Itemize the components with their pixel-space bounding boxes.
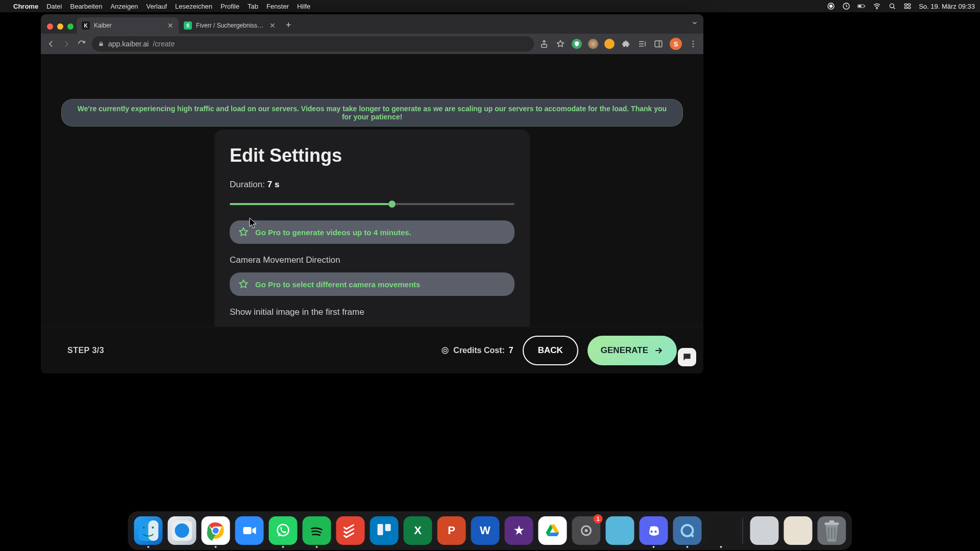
spotlight-icon[interactable]	[888, 2, 896, 10]
svg-rect-45	[677, 520, 698, 541]
control-center-icon[interactable]	[903, 2, 912, 10]
dock-quicktime[interactable]	[673, 516, 702, 545]
window-maximize[interactable]	[67, 23, 74, 30]
credits-value: 7	[509, 346, 513, 355]
extension-orb-icon[interactable]	[588, 39, 598, 49]
dock-excel[interactable]: X	[404, 516, 432, 545]
dock-whatsapp[interactable]	[269, 516, 298, 545]
battery-icon[interactable]	[857, 2, 866, 10]
tab-overflow-icon[interactable]	[691, 19, 698, 27]
dock-spotify[interactable]	[303, 516, 331, 545]
menu-lesezeichen[interactable]: Lesezeichen	[175, 3, 212, 10]
svg-point-7	[890, 4, 894, 8]
go-pro-duration-text: Go Pro to generate videos up to 4 minute…	[255, 228, 411, 237]
kebab-menu-icon[interactable]	[688, 39, 698, 49]
svg-point-21	[143, 527, 145, 529]
credits-cost: Credits Cost: 7	[441, 346, 513, 355]
menu-hilfe[interactable]: Hilfe	[297, 3, 310, 10]
wifi-icon[interactable]	[873, 2, 881, 10]
extension-shield-icon[interactable]	[572, 39, 582, 49]
credits-label: Credits Cost:	[453, 346, 504, 355]
svg-point-15	[693, 43, 694, 45]
dock-siri-globe[interactable]	[606, 516, 634, 545]
svg-rect-10	[904, 7, 907, 8]
svg-rect-9	[908, 4, 911, 5]
credits-icon	[441, 346, 449, 355]
dock-powerpoint[interactable]: P	[437, 516, 466, 545]
tab-close-icon[interactable]: ✕	[167, 21, 174, 30]
reading-list-icon[interactable]	[637, 39, 647, 49]
menu-datei[interactable]: Datei	[46, 3, 62, 10]
server-status-banner: We're currently experiencing high traffi…	[61, 99, 683, 127]
svg-rect-13	[655, 41, 662, 47]
svg-rect-20	[149, 520, 159, 541]
dock-trello[interactable]	[370, 516, 399, 545]
dock-finder[interactable]	[134, 516, 163, 545]
extension-orange-icon[interactable]	[604, 39, 615, 49]
dock-trash[interactable]	[818, 516, 846, 545]
menu-profile[interactable]: Profile	[220, 3, 239, 10]
dock-zoom[interactable]	[235, 516, 264, 545]
menu-verlauf[interactable]: Verlauf	[146, 3, 167, 10]
sidepanel-icon[interactable]	[653, 39, 664, 49]
intercom-bubble[interactable]	[678, 348, 696, 366]
duration-label: Duration:	[230, 180, 267, 189]
dock-settings[interactable]: 1	[572, 516, 601, 545]
menubar-clock[interactable]: So. 19. März 09:33	[919, 3, 975, 10]
slider-fill	[230, 203, 392, 205]
menu-tab[interactable]: Tab	[248, 3, 258, 10]
go-pro-duration-pill[interactable]: Go Pro to generate videos up to 4 minute…	[230, 220, 514, 244]
duration-slider[interactable]	[230, 200, 514, 208]
menu-bearbeiten[interactable]: Bearbeiten	[70, 3, 102, 10]
new-tab-button[interactable]: +	[281, 20, 297, 34]
share-icon[interactable]	[539, 39, 549, 49]
duration-label-row: Duration: 7 s	[230, 180, 514, 190]
window-controls	[45, 23, 77, 34]
window-close[interactable]	[47, 23, 53, 30]
bookmark-star-icon[interactable]	[555, 39, 566, 49]
svg-rect-38	[543, 520, 563, 541]
browser-toolbar: app.kaiber.ai/create S	[41, 34, 703, 54]
dock-desktop-stack[interactable]	[784, 516, 813, 545]
tab-close-icon[interactable]: ✕	[270, 21, 276, 30]
browser-tab-kaiber[interactable]: K Kaiber ✕	[77, 17, 179, 34]
macos-dock: XPW★1	[128, 511, 852, 550]
arrow-right-icon	[653, 345, 664, 356]
menubar-app-name[interactable]: Chrome	[13, 3, 38, 10]
step-indicator: STEP 3/3	[67, 346, 104, 355]
go-pro-camera-pill[interactable]: Go Pro to select different camera moveme…	[230, 272, 514, 296]
lock-icon	[98, 41, 104, 47]
dock-safari[interactable]	[168, 516, 197, 545]
tab-strip: K Kaiber ✕ fi Fiverr / Suchergebnisse fü…	[41, 14, 703, 34]
initial-image-label: Show initial image in the first frame	[230, 307, 514, 317]
back-button[interactable]: BACK	[523, 336, 578, 365]
dock-chrome[interactable]	[202, 516, 230, 545]
url-host: app.kaiber.ai	[108, 40, 149, 48]
nav-back-icon[interactable]	[46, 39, 56, 49]
svg-point-41	[585, 529, 588, 532]
svg-point-6	[876, 8, 877, 9]
generate-button[interactable]: GENERATE	[587, 336, 677, 365]
menu-anzeigen[interactable]: Anzeigen	[110, 3, 138, 10]
dock-audio-app[interactable]	[707, 516, 736, 545]
dock-imovie[interactable]: ★	[505, 516, 533, 545]
nav-reload-icon[interactable]	[77, 39, 87, 49]
screen-record-icon[interactable]	[827, 2, 835, 10]
svg-point-43	[650, 531, 652, 533]
profile-avatar[interactable]: S	[670, 38, 682, 50]
slider-thumb[interactable]	[388, 201, 396, 208]
chat-icon	[682, 352, 692, 362]
dock-google-drive[interactable]	[538, 516, 567, 545]
browser-tab-fiverr[interactable]: fi Fiverr / Suchergebnisse für „lo ✕	[179, 17, 281, 34]
dock-discord[interactable]	[640, 516, 668, 545]
address-bar[interactable]: app.kaiber.ai/create	[92, 36, 534, 52]
dock-launchpad-folder[interactable]	[750, 516, 779, 545]
dock-todoist[interactable]	[336, 516, 365, 545]
svg-rect-48	[829, 520, 835, 523]
clock-status-icon[interactable]	[842, 2, 850, 10]
svg-point-17	[442, 347, 448, 354]
extensions-puzzle-icon[interactable]	[621, 39, 631, 49]
window-minimize[interactable]	[57, 23, 63, 30]
dock-word[interactable]: W	[471, 516, 500, 545]
menu-fenster[interactable]: Fenster	[266, 3, 289, 10]
